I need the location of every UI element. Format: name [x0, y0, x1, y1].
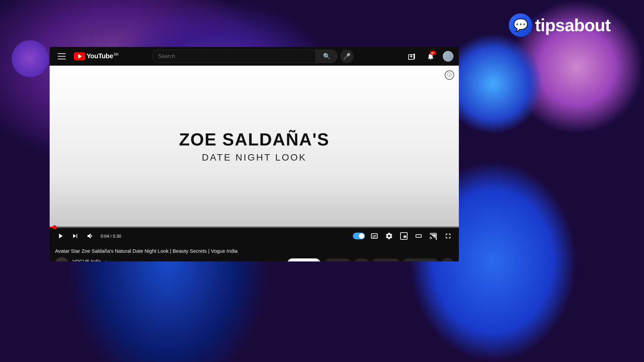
fullscreen-icon	[444, 232, 452, 240]
channel-avatar: V	[55, 257, 68, 261]
subtitles-icon	[370, 232, 378, 240]
download-icon: ⬇	[407, 261, 411, 261]
thumbs-up-icon: 👍	[329, 261, 335, 261]
fullscreen-button[interactable]	[443, 231, 453, 241]
verified-checkmark: ✓	[104, 259, 107, 261]
video-info-button[interactable]: ⓘ	[445, 70, 454, 80]
cast-button[interactable]	[428, 231, 439, 241]
play-button[interactable]	[55, 231, 66, 241]
volume-button[interactable]	[85, 231, 95, 241]
controls-bar: 0:04 / 5:30	[50, 228, 459, 244]
video-title-overlay: ZOE SALDAÑA'S DATE NIGHT LOOK	[179, 129, 330, 163]
tipsabout-icon	[509, 13, 532, 37]
subscribe-button[interactable]: Subscribe	[287, 258, 321, 261]
tipsabout-text: tipsabout	[535, 15, 610, 35]
create-icon	[408, 52, 416, 60]
menu-button[interactable]	[55, 50, 68, 63]
channel-name: VOGUE India ✓	[72, 259, 283, 261]
volume-icon	[86, 232, 94, 240]
theater-button[interactable]	[413, 231, 424, 241]
more-icon: ⋯	[445, 261, 450, 262]
theater-icon	[415, 232, 423, 240]
time-display: 0:04 / 5:30	[101, 234, 121, 239]
progress-dot	[53, 225, 57, 229]
youtube-header: YouTubeMK 🔍 🎤 9+	[50, 47, 459, 66]
notifications-badge: 9+	[430, 51, 436, 55]
like-button[interactable]: 👍 1.4K	[325, 258, 352, 261]
youtube-logo[interactable]: YouTubeMK	[74, 52, 119, 60]
share-icon: ↗	[376, 261, 380, 261]
hamburger-icon	[58, 53, 66, 59]
channel-info: VOGUE India ✓ 554K subscribers	[72, 259, 283, 261]
autoplay-toggle[interactable]	[353, 233, 365, 239]
next-button[interactable]	[70, 231, 80, 241]
user-avatar[interactable]	[443, 51, 453, 62]
autoplay-toggle-dot	[359, 233, 364, 239]
action-buttons: 👍 1.4K 👎 ↗ Share ⬇ Download ⋯	[325, 258, 453, 261]
youtube-logo-text: YouTubeMK	[87, 52, 119, 60]
search-input[interactable]	[152, 50, 316, 63]
subtitles-button[interactable]	[369, 231, 380, 241]
more-actions-button[interactable]: ⋯	[441, 258, 453, 261]
video-sub-title: DATE NIGHT LOOK	[179, 152, 330, 163]
youtube-container: YouTubeMK 🔍 🎤 9+ ZOE SA	[50, 47, 459, 261]
share-button[interactable]: ↗ Share	[372, 258, 399, 261]
video-main-title: ZOE SALDAÑA'S	[179, 129, 330, 149]
tipsabout-logo: tipsabout	[509, 13, 610, 37]
youtube-logo-icon	[74, 52, 85, 60]
miniplayer-button[interactable]	[398, 231, 409, 241]
video-player[interactable]: ZOE SALDAÑA'S DATE NIGHT LOOK ⓘ	[50, 66, 459, 227]
progress-bar[interactable]	[50, 227, 459, 228]
channel-row: V VOGUE India ✓ 554K subscribers Subscri…	[55, 257, 453, 261]
search-button[interactable]: 🔍	[316, 50, 337, 63]
miniplayer-icon	[400, 232, 408, 240]
video-page-title: Avatar Star Zoe Saldaña's Natural Date N…	[55, 248, 453, 254]
search-container: 🔍 🎤	[152, 50, 354, 63]
notifications-button[interactable]: 9+	[424, 50, 437, 63]
thumbs-down-icon: 👎	[359, 261, 364, 261]
header-right-actions: 9+	[405, 50, 453, 63]
settings-button[interactable]	[384, 231, 394, 241]
dislike-button[interactable]: 👎	[354, 258, 369, 261]
download-button[interactable]: ⬇ Download	[402, 258, 439, 261]
play-icon	[56, 232, 64, 240]
voice-search-button[interactable]: 🎤	[340, 50, 354, 63]
create-button[interactable]	[405, 50, 419, 63]
next-icon	[71, 232, 79, 240]
video-info-bar: Avatar Star Zoe Saldaña's Natural Date N…	[50, 244, 459, 261]
decorative-circle	[12, 40, 49, 77]
settings-icon	[385, 232, 393, 240]
cast-icon	[429, 232, 437, 240]
